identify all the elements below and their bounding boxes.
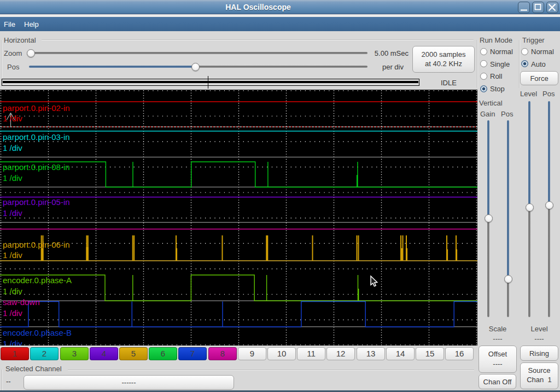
svg-text:1 /div: 1 /div (3, 208, 22, 218)
svg-text:parport.0.pin-03-in: parport.0.pin-03-in (3, 132, 70, 142)
svg-text:1 /div: 1 /div (3, 173, 22, 183)
svg-text:parport.0.pin-05-in: parport.0.pin-05-in (3, 197, 70, 207)
svg-text:1 /div: 1 /div (3, 308, 22, 318)
svg-text:encoder.0.phase-B: encoder.0.phase-B (3, 328, 72, 337)
svg-text:parport.0.pin-08-in: parport.0.pin-08-in (3, 162, 70, 172)
svg-text:1 /div: 1 /div (3, 114, 22, 123)
svg-text:parport.0.pin-06-in: parport.0.pin-06-in (3, 240, 70, 249)
svg-text:1 /div: 1 /div (3, 339, 22, 346)
svg-text:saw-down: saw-down (3, 297, 40, 307)
svg-text:1 /div: 1 /div (3, 250, 22, 260)
svg-text:1 /div: 1 /div (3, 143, 22, 153)
svg-text:parport.0.pin-02-in: parport.0.pin-02-in (3, 103, 70, 113)
svg-text:encoder.0.phase-A: encoder.0.phase-A (3, 276, 72, 285)
svg-text:1 /div: 1 /div (3, 286, 22, 296)
